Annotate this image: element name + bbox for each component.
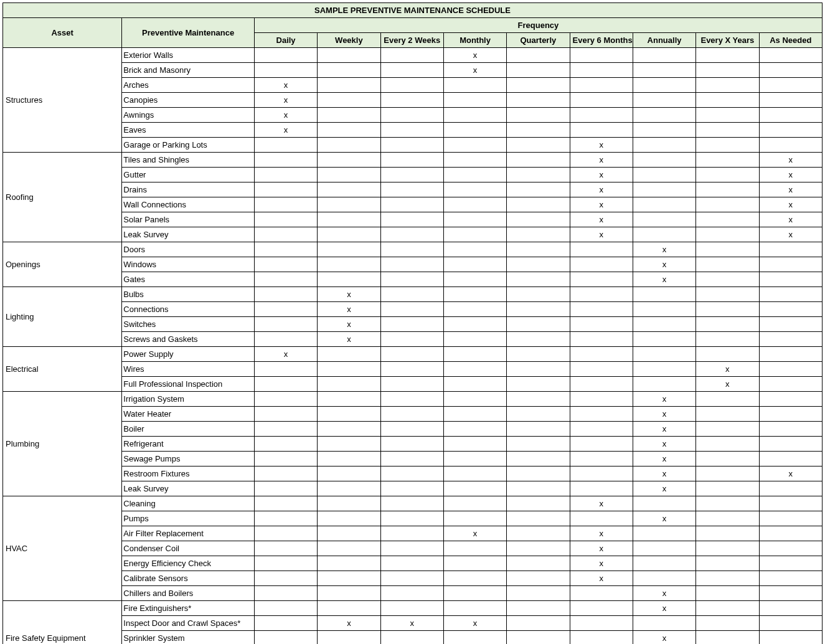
- freq-cell: [759, 586, 822, 601]
- pm-cell: Irrigation System: [122, 392, 255, 407]
- col-freq: Frequency: [254, 18, 822, 33]
- freq-cell: x: [633, 466, 695, 481]
- pm-cell: Bulbs: [122, 287, 255, 302]
- freq-cell: [254, 362, 317, 377]
- freq-cell: [254, 302, 317, 317]
- table-row: ElectricalPower Supplyx: [3, 347, 823, 362]
- freq-cell: [696, 287, 759, 302]
- freq-cell: x: [570, 556, 633, 571]
- freq-cell: [696, 466, 759, 481]
- table-row: Awningsx: [3, 108, 823, 123]
- freq-cell: [443, 123, 506, 138]
- freq-cell: [380, 257, 443, 272]
- pm-cell: Drains: [122, 182, 255, 197]
- freq-cell: [696, 153, 759, 168]
- freq-cell: [759, 601, 822, 616]
- freq-cell: [507, 377, 570, 392]
- table-row: Energy Efficiency Checkx: [3, 556, 823, 571]
- freq-cell: [380, 452, 443, 466]
- freq-cell: [318, 63, 380, 78]
- freq-cell: [696, 437, 759, 452]
- freq-cell: [570, 377, 633, 392]
- freq-cell: x: [443, 616, 506, 631]
- freq-cell: [443, 571, 506, 586]
- freq-cell: [318, 138, 380, 153]
- freq-cell: [759, 422, 822, 437]
- col-freq-5: Every 6 Months: [570, 33, 633, 48]
- table-row: Solar Panelsxx: [3, 212, 823, 227]
- freq-cell: [633, 377, 695, 392]
- freq-cell: [507, 616, 570, 631]
- freq-cell: x: [633, 392, 695, 407]
- pm-cell: Chillers and Boilers: [122, 586, 255, 601]
- freq-cell: [443, 481, 506, 496]
- freq-cell: [443, 78, 506, 93]
- freq-cell: [443, 541, 506, 556]
- freq-cell: [633, 616, 695, 631]
- pm-cell: Connections: [122, 302, 255, 317]
- freq-cell: [443, 511, 506, 526]
- freq-cell: [570, 452, 633, 466]
- freq-cell: [696, 227, 759, 242]
- freq-cell: [507, 242, 570, 257]
- freq-cell: [380, 332, 443, 347]
- freq-cell: [696, 272, 759, 287]
- freq-cell: [633, 227, 695, 242]
- pm-cell: Restroom Fixtures: [122, 466, 255, 481]
- freq-cell: [507, 168, 570, 182]
- freq-cell: [507, 392, 570, 407]
- freq-cell: [380, 407, 443, 422]
- freq-cell: [254, 496, 317, 511]
- freq-cell: [570, 287, 633, 302]
- table-row: Water Heaterx: [3, 407, 823, 422]
- freq-cell: [380, 227, 443, 242]
- freq-cell: [696, 242, 759, 257]
- freq-cell: [443, 212, 506, 227]
- freq-cell: [443, 227, 506, 242]
- freq-cell: [318, 481, 380, 496]
- col-freq-8: As Needed: [759, 33, 822, 48]
- freq-cell: x: [443, 526, 506, 541]
- freq-cell: [318, 168, 380, 182]
- freq-cell: [318, 407, 380, 422]
- freq-cell: x: [633, 437, 695, 452]
- freq-cell: [443, 317, 506, 332]
- col-freq-7: Every X Years: [696, 33, 759, 48]
- freq-cell: [570, 481, 633, 496]
- freq-cell: [443, 496, 506, 511]
- table-row: Garage or Parking Lotsx: [3, 138, 823, 153]
- freq-cell: [443, 362, 506, 377]
- freq-cell: [254, 212, 317, 227]
- freq-cell: [380, 212, 443, 227]
- freq-cell: x: [633, 631, 695, 645]
- table-row: Switchesx: [3, 317, 823, 332]
- pm-cell: Full Professional Inspection: [122, 377, 255, 392]
- freq-cell: x: [254, 123, 317, 138]
- freq-cell: [254, 422, 317, 437]
- pm-cell: Screws and Gaskets: [122, 332, 255, 347]
- freq-cell: [443, 601, 506, 616]
- freq-cell: [318, 422, 380, 437]
- freq-cell: [254, 227, 317, 242]
- freq-cell: [759, 123, 822, 138]
- freq-cell: [759, 631, 822, 645]
- freq-cell: [759, 616, 822, 631]
- freq-cell: [254, 377, 317, 392]
- freq-cell: x: [759, 466, 822, 481]
- pm-cell: Switches: [122, 317, 255, 332]
- pm-cell: Doors: [122, 242, 255, 257]
- table-row: StructuresExterior Wallsx: [3, 48, 823, 63]
- col-freq-2: Every 2 Weeks: [380, 33, 443, 48]
- table-row: Drainsxx: [3, 182, 823, 197]
- freq-cell: [507, 407, 570, 422]
- pm-cell: Inspect Door and Crawl Spaces*: [122, 616, 255, 631]
- table-row: OpeningsDoorsx: [3, 242, 823, 257]
- freq-cell: [507, 108, 570, 123]
- freq-cell: [696, 496, 759, 511]
- asset-cell: Fire Safety Equipment: [3, 601, 122, 645]
- pm-cell: Arches: [122, 78, 255, 93]
- freq-cell: [318, 272, 380, 287]
- freq-cell: [318, 631, 380, 645]
- freq-cell: x: [570, 526, 633, 541]
- freq-cell: [254, 48, 317, 63]
